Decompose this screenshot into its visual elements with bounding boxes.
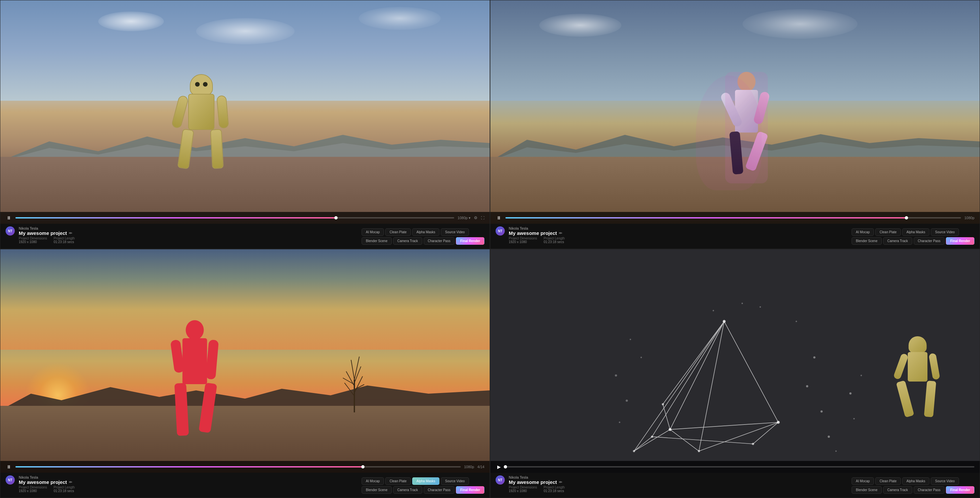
btn-row1-tl: AI Mocap Clean Plate Alpha Masks Source … bbox=[361, 228, 484, 236]
edit-icon-br[interactable]: ✏ bbox=[559, 480, 562, 485]
panel-bottom-left: ⏸ 1080p 4/14 NT Nikola Tesla My awesome … bbox=[0, 249, 490, 498]
btn-ai-mocap-tl[interactable]: AI Mocap bbox=[361, 228, 384, 236]
mountains-tl bbox=[0, 128, 490, 161]
btn-row2-tl: Blender Scene Camera Track Character Pas… bbox=[361, 237, 484, 245]
project-title-br: My awesome project ✏ bbox=[509, 479, 848, 485]
btn-blender-scene-br[interactable]: Blender Scene bbox=[851, 486, 882, 494]
btn-character-pass-br[interactable]: Character Pass bbox=[914, 486, 945, 494]
edit-icon-tl[interactable]: ✏ bbox=[69, 231, 72, 236]
btn-clean-plate-tl[interactable]: Clean Plate bbox=[385, 228, 411, 236]
progress-area-tl: ⏸ 1080p ▾ ⚙ ⛶ bbox=[0, 212, 490, 224]
cloud-3 bbox=[359, 7, 441, 30]
svg-point-44 bbox=[741, 303, 743, 304]
btn-blender-scene-tl[interactable]: Blender Scene bbox=[361, 237, 392, 245]
svg-point-45 bbox=[760, 306, 761, 308]
svg-line-7 bbox=[354, 376, 363, 393]
btn-camera-track-tl[interactable]: Camera Track bbox=[393, 237, 422, 245]
btn-alpha-masks-br[interactable]: Alpha Masks bbox=[902, 477, 929, 485]
edit-icon-tr[interactable]: ✏ bbox=[559, 231, 562, 236]
svg-point-50 bbox=[835, 450, 837, 452]
btn-character-pass-bl[interactable]: Character Pass bbox=[424, 486, 455, 494]
avatar-tr: NT bbox=[496, 226, 505, 236]
btn-blender-scene-bl[interactable]: Blender Scene bbox=[361, 486, 392, 494]
svg-point-42 bbox=[626, 400, 628, 402]
cloud-tr-2 bbox=[743, 9, 858, 39]
resolution-badge-tl: 1080p ▾ bbox=[458, 216, 471, 220]
project-meta-tl: Project Dimensions 1920 x 1080 Project L… bbox=[19, 236, 358, 244]
btn-ai-mocap-tr[interactable]: AI Mocap bbox=[851, 228, 874, 236]
svg-line-20 bbox=[663, 322, 724, 404]
play-button-br[interactable]: ▶ bbox=[496, 464, 502, 469]
edit-icon-bl[interactable]: ✏ bbox=[69, 480, 72, 485]
btn-camera-track-br[interactable]: Camera Track bbox=[883, 486, 912, 494]
svg-point-40 bbox=[849, 392, 851, 395]
btn-character-pass-tl[interactable]: Character Pass bbox=[424, 237, 455, 245]
username-bl: Nikola Tesla bbox=[19, 475, 358, 479]
btn-ai-mocap-br[interactable]: AI Mocap bbox=[851, 477, 874, 485]
project-title-tr: My awesome project ✏ bbox=[509, 230, 848, 236]
svg-point-34 bbox=[633, 450, 635, 452]
btn-camera-track-tr[interactable]: Camera Track bbox=[883, 237, 912, 245]
progress-track-br[interactable] bbox=[506, 466, 974, 468]
info-bar-tr: NT Nikola Tesla My awesome project ✏ Pro… bbox=[490, 224, 980, 249]
btn-ai-mocap-bl[interactable]: AI Mocap bbox=[361, 477, 384, 485]
btn-final-render-tr[interactable]: Final Render bbox=[946, 237, 974, 245]
play-button-tr[interactable]: ⏸ bbox=[496, 215, 502, 220]
progress-track-tl[interactable] bbox=[16, 217, 454, 219]
svg-line-10 bbox=[351, 360, 354, 379]
panel-top-right: ⏸ 1080p NT Nikola Tesla My awesome proje… bbox=[490, 0, 980, 249]
btn-final-render-bl[interactable]: Final Render bbox=[456, 486, 484, 494]
username-tr: Nikola Tesla bbox=[509, 226, 848, 230]
play-button-bl[interactable]: ⏸ bbox=[6, 464, 12, 469]
fullscreen-tl[interactable]: ⛶ bbox=[481, 216, 484, 220]
svg-point-41 bbox=[615, 374, 617, 377]
svg-point-46 bbox=[713, 310, 714, 311]
btn-source-video-bl[interactable]: Source Video bbox=[441, 477, 469, 485]
svg-point-52 bbox=[630, 339, 631, 340]
btn-clean-plate-tr[interactable]: Clean Plate bbox=[875, 228, 901, 236]
btn-alpha-masks-tr[interactable]: Alpha Masks bbox=[902, 228, 929, 236]
button-group-bl: AI Mocap Clean Plate Alpha Masks Source … bbox=[361, 475, 484, 496]
btn-clean-plate-bl[interactable]: Clean Plate bbox=[385, 477, 411, 485]
btn-source-video-tl[interactable]: Source Video bbox=[441, 228, 469, 236]
sky-bl bbox=[0, 249, 490, 350]
btn-row1-bl: AI Mocap Clean Plate Alpha Masks Source … bbox=[361, 477, 484, 485]
btn-alpha-masks-bl[interactable]: Alpha Masks bbox=[412, 477, 439, 485]
settings-tl[interactable]: ⚙ bbox=[474, 216, 477, 220]
btn-character-pass-tr[interactable]: Character Pass bbox=[914, 237, 945, 245]
btn-final-render-br[interactable]: Final Render bbox=[946, 486, 974, 494]
svg-point-33 bbox=[662, 403, 664, 406]
svg-point-36 bbox=[813, 356, 816, 358]
progress-track-bl[interactable] bbox=[16, 466, 461, 468]
robot-3d-br bbox=[895, 336, 940, 428]
btn-row2-tr: Blender Scene Camera Track Character Pas… bbox=[851, 237, 974, 245]
btn-camera-track-bl[interactable]: Camera Track bbox=[393, 486, 422, 494]
svg-line-27 bbox=[634, 437, 652, 451]
btn-final-render-tl[interactable]: Final Render bbox=[456, 237, 484, 245]
mountains-bl bbox=[0, 377, 490, 410]
play-button-tl[interactable]: ⏸ bbox=[6, 215, 12, 220]
panel-top-left: ⏸ 1080p ▾ ⚙ ⛶ NT Nikola Tesla My awesome… bbox=[0, 0, 490, 249]
btn-blender-scene-tr[interactable]: Blender Scene bbox=[851, 237, 882, 245]
video-area-br: ▶ bbox=[490, 249, 980, 473]
btn-row1-tr: AI Mocap Clean Plate Alpha Masks Source … bbox=[851, 228, 974, 236]
meta-length-tl: Project Length 01:23:18 secs bbox=[54, 236, 75, 244]
resolution-badge-bl: 1080p bbox=[464, 465, 474, 469]
project-meta-br: Project Dimensions 1920 x 1080 Project L… bbox=[509, 485, 848, 493]
meta-dimensions-tr: Project Dimensions 1920 x 1080 bbox=[509, 236, 537, 244]
btn-source-video-br[interactable]: Source Video bbox=[931, 477, 959, 485]
svg-line-24 bbox=[699, 322, 724, 451]
svg-line-18 bbox=[652, 437, 753, 444]
btn-alpha-masks-tl[interactable]: Alpha Masks bbox=[412, 228, 439, 236]
info-bar-bl: NT Nikola Tesla My awesome project ✏ Pro… bbox=[0, 473, 490, 498]
svg-point-48 bbox=[861, 375, 862, 376]
progress-fill-tr bbox=[506, 217, 907, 219]
progress-track-tr[interactable] bbox=[506, 217, 961, 219]
avatar-bl: NT bbox=[6, 475, 15, 485]
svg-line-14 bbox=[670, 322, 724, 430]
person-alpha-bl bbox=[172, 320, 218, 442]
btn-source-video-tr[interactable]: Source Video bbox=[931, 228, 959, 236]
video-area-bl: ⏸ 1080p 4/14 bbox=[0, 249, 490, 473]
resolution-badge-tr: 1080p bbox=[964, 216, 974, 220]
btn-clean-plate-br[interactable]: Clean Plate bbox=[875, 477, 901, 485]
